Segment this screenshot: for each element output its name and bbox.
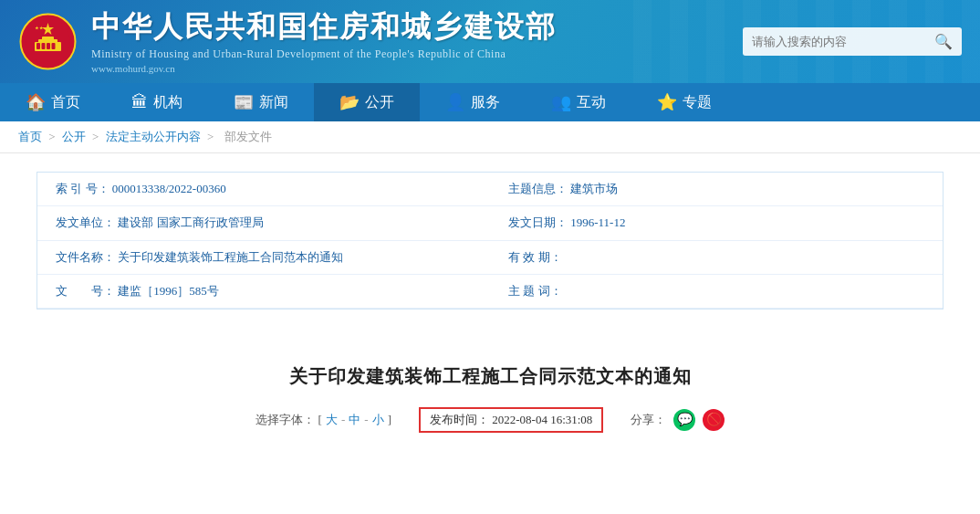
font-size-label: 选择字体： <box>255 412 315 428</box>
nav-news-label: 新闻 <box>259 93 288 112</box>
meta-theme: 主题信息： 建筑市场 <box>490 173 943 206</box>
website-url: www.mohurd.gov.cn <box>91 63 557 74</box>
share-area: 分享： 💬 🚫 <box>631 409 725 431</box>
nav-open-label: 公开 <box>365 93 394 112</box>
document-content: 关于印发建筑装饰工程施工合同示范文本的通知 选择字体： [ 大 - 中 - 小 … <box>0 355 980 465</box>
search-button[interactable]: 🔍 <box>925 27 962 56</box>
share-wechat-btn[interactable]: 💬 <box>673 409 695 431</box>
meta-grid: 索 引 号： 000013338/2022-00360 主题信息： 建筑市场 发… <box>36 172 944 309</box>
breadcrumb-open[interactable]: 公开 <box>62 130 86 143</box>
home-icon: 🏠 <box>26 92 46 112</box>
special-icon: ⭐ <box>657 92 677 112</box>
search-area: 🔍 <box>743 27 962 56</box>
meta-effective-period: 有 效 期： <box>490 241 943 275</box>
breadcrumb: 首页 > 公开 > 法定主动公开内容 > 部发文件 <box>0 121 980 153</box>
nav-open[interactable]: 📂 公开 <box>314 83 420 121</box>
document-meta-bar: 选择字体： [ 大 - 中 - 小 ] 发布时间： 2022-08-04 16:… <box>36 407 944 433</box>
nav-interact[interactable]: 👥 互动 <box>526 83 631 121</box>
open-icon: 📂 <box>339 92 360 112</box>
breadcrumb-home[interactable]: 首页 <box>18 130 42 143</box>
font-medium-btn[interactable]: 中 <box>349 412 360 428</box>
nav-org-label: 机构 <box>153 93 182 112</box>
main-nav: 🏠 首页 🏛 机构 📰 新闻 📂 公开 👤 服务 👥 互动 ⭐ 专题 <box>0 83 980 121</box>
svg-rect-4 <box>42 37 54 40</box>
publish-time-label: 发布时间： <box>430 413 489 426</box>
nav-service[interactable]: 👤 服务 <box>420 83 526 121</box>
breadcrumb-current: 部发文件 <box>224 130 272 143</box>
svg-rect-5 <box>36 43 40 49</box>
site-header: 中华人民共和国住房和城乡建设部 Ministry of Housing and … <box>0 0 980 83</box>
publish-time: 发布时间： 2022-08-04 16:31:08 <box>419 407 603 433</box>
national-emblem <box>18 12 78 71</box>
meta-sender: 发文单位： 建设部 国家工商行政管理局 <box>37 206 490 240</box>
interact-icon: 👥 <box>551 92 571 112</box>
font-large-btn[interactable]: 大 <box>326 412 338 428</box>
share-weibo-btn[interactable]: 🚫 <box>703 409 725 431</box>
nav-special-label: 专题 <box>683 93 712 112</box>
nav-home-label: 首页 <box>51 93 80 112</box>
nav-news[interactable]: 📰 新闻 <box>208 83 314 121</box>
publish-time-value: 2022-08-04 16:31:08 <box>492 413 592 426</box>
font-small-btn[interactable]: 小 <box>372 412 384 428</box>
header-left: 中华人民共和国住房和城乡建设部 Ministry of Housing and … <box>18 9 557 74</box>
nav-interact-label: 互动 <box>577 93 606 112</box>
news-icon: 📰 <box>234 92 254 112</box>
meta-doc-no: 文 号： 建监［1996］585号 <box>37 275 490 309</box>
service-icon: 👤 <box>445 92 465 112</box>
site-title: 中华人民共和国住房和城乡建设部 Ministry of Housing and … <box>91 9 557 74</box>
breadcrumb-category[interactable]: 法定主动公开内容 <box>106 130 201 143</box>
search-box[interactable]: 🔍 <box>743 27 962 56</box>
nav-special[interactable]: ⭐ 专题 <box>631 83 737 121</box>
sub-title: Ministry of Housing and Urban-Rural Deve… <box>91 47 557 61</box>
svg-rect-6 <box>42 43 46 49</box>
nav-service-label: 服务 <box>471 93 500 112</box>
org-icon: 🏛 <box>131 93 148 112</box>
main-title: 中华人民共和国住房和城乡建设部 <box>91 9 557 44</box>
meta-info-area: 索 引 号： 000013338/2022-00360 主题信息： 建筑市场 发… <box>0 153 980 354</box>
nav-home[interactable]: 🏠 首页 <box>0 83 106 121</box>
meta-doc-name: 文件名称： 关于印发建筑装饰工程施工合同范本的通知 <box>37 241 490 275</box>
svg-rect-7 <box>47 43 50 49</box>
meta-keywords: 主 题 词： <box>490 275 943 309</box>
font-size-control: 选择字体： [ 大 - 中 - 小 ] <box>255 412 391 428</box>
search-input[interactable] <box>743 29 925 54</box>
meta-issue-date: 发文日期： 1996-11-12 <box>490 206 943 240</box>
document-title: 关于印发建筑装饰工程施工合同示范文本的通知 <box>36 364 944 389</box>
nav-org[interactable]: 🏛 机构 <box>106 83 208 121</box>
meta-reference-no: 索 引 号： 000013338/2022-00360 <box>37 173 490 206</box>
svg-rect-8 <box>52 43 56 49</box>
share-label: 分享： <box>631 412 666 428</box>
